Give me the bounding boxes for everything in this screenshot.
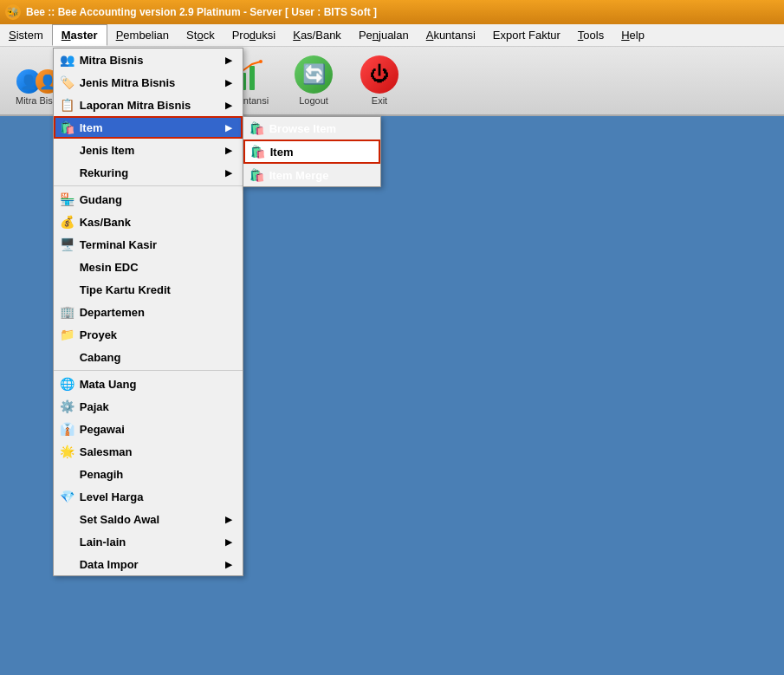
menu-produksi[interactable]: Produksi bbox=[224, 24, 285, 46]
menu-pajak[interactable]: ⚙️ Pajak bbox=[54, 395, 243, 418]
menu-rekuring[interactable]: Rekuring ▶ bbox=[54, 161, 243, 184]
dataimpor-icon bbox=[61, 557, 75, 571]
menu-exportfaktur[interactable]: Export Faktur bbox=[484, 24, 569, 46]
separator-2 bbox=[54, 370, 243, 371]
menu-kasbank-top[interactable]: Kas/Bank bbox=[284, 24, 350, 46]
menu-gudang[interactable]: 🏪 Gudang bbox=[54, 188, 243, 211]
submenu-item[interactable]: 🛍️ Item bbox=[243, 140, 380, 164]
kasbank-icon: 💰 bbox=[61, 215, 75, 229]
penagih-icon bbox=[61, 467, 75, 481]
svg-point-3 bbox=[259, 60, 262, 63]
menu-jenisitem[interactable]: Jenis Item ▶ bbox=[54, 139, 243, 161]
pegawai-icon: 👔 bbox=[61, 422, 75, 436]
menu-help[interactable]: Help bbox=[612, 24, 653, 46]
setsaldo-icon bbox=[61, 512, 75, 526]
app-icon: 🐝 bbox=[5, 4, 21, 20]
gudang-icon: 🏪 bbox=[61, 192, 75, 206]
toolbar-logout[interactable]: 🔄 Logout bbox=[282, 49, 345, 112]
cabang-icon bbox=[61, 350, 75, 364]
kartu-icon bbox=[61, 282, 75, 296]
rekuring-icon bbox=[61, 166, 75, 179]
menu-dataimpor[interactable]: Data Impor ▶ bbox=[54, 553, 243, 575]
menu-proyek[interactable]: 📁 Proyek bbox=[54, 323, 243, 346]
menu-laporanmitrabisnis[interactable]: 📋 Laporan Mitra Bisnis ▶ bbox=[54, 94, 243, 116]
exit-toolbar-icon: ⏻ bbox=[360, 55, 398, 94]
matauang-icon: 🌐 bbox=[61, 377, 75, 391]
submenu-itemmerge[interactable]: 🛍️ Item Merge bbox=[243, 164, 380, 186]
menu-penagih[interactable]: Penagih bbox=[54, 463, 243, 485]
mesinedc-icon bbox=[61, 260, 75, 274]
title-bar: 🐝 Bee :: Bee Accounting version 2.9 Plat… bbox=[0, 0, 784, 24]
master-dropdown: 👥 Mitra Bisnis ▶ 🏷️ Jenis Mitra Bisnis ▶… bbox=[53, 48, 243, 576]
jenisitem-icon bbox=[61, 143, 75, 157]
exit-toolbar-label: Exit bbox=[372, 95, 387, 106]
menu-tipekartukredit[interactable]: Tipe Kartu Kredit bbox=[54, 278, 243, 301]
lainlain-icon bbox=[61, 535, 75, 548]
menu-cabang[interactable]: Cabang bbox=[54, 346, 243, 368]
menu-kasbank[interactable]: 💰 Kas/Bank bbox=[54, 211, 243, 233]
menu-tools[interactable]: Tools bbox=[569, 24, 612, 46]
menu-departemen[interactable]: 🏢 Departemen bbox=[54, 301, 243, 323]
browseitem-icon: 🛍️ bbox=[250, 121, 264, 135]
menu-pegawai[interactable]: 👔 Pegawai bbox=[54, 418, 243, 440]
item-submenu: 🛍️ Browse Item 🛍️ Item 🛍️ Item Merge bbox=[243, 116, 381, 187]
departemen-icon: 🏢 bbox=[61, 305, 75, 319]
laporan-icon: 📋 bbox=[61, 98, 75, 112]
pajak-icon: ⚙️ bbox=[61, 399, 75, 413]
logout-toolbar-label: Logout bbox=[299, 95, 328, 106]
proyek-icon: 📁 bbox=[61, 328, 75, 341]
item-icon: 🛍️ bbox=[61, 120, 75, 134]
toolbar-exit[interactable]: ⏻ Exit bbox=[348, 49, 411, 112]
terminal-icon: 🖥️ bbox=[61, 237, 75, 251]
salesman-icon: 🌟 bbox=[61, 445, 75, 458]
menu-sistem[interactable]: Sistem bbox=[0, 24, 52, 46]
menu-levelharga[interactable]: 💎 Level Harga bbox=[54, 485, 243, 508]
menu-setsaldoawal[interactable]: Set Saldo Awal ▶ bbox=[54, 508, 243, 530]
menu-jenismitrabisnis[interactable]: 🏷️ Jenis Mitra Bisnis ▶ bbox=[54, 71, 243, 94]
menu-master[interactable]: Master 👥 Mitra Bisnis ▶ 🏷️ Jenis Mitra B… bbox=[52, 24, 107, 46]
submenu-browseitem[interactable]: 🛍️ Browse Item bbox=[243, 117, 380, 140]
app-title: Bee :: Bee Accounting version 2.9 Platin… bbox=[26, 6, 377, 18]
menu-stock[interactable]: Stock bbox=[178, 24, 224, 46]
submenu-item-icon: 🛍️ bbox=[251, 145, 265, 159]
menu-salesman[interactable]: 🌟 Salesman bbox=[54, 440, 243, 463]
menu-item[interactable]: 🛍️ Item ▶ 🛍️ Browse Item 🛍️ Item 🛍️ bbox=[54, 116, 243, 139]
menu-matauang[interactable]: 🌐 Mata Uang bbox=[54, 373, 243, 395]
menu-pembelian[interactable]: Pembelian bbox=[107, 24, 178, 46]
svg-rect-2 bbox=[249, 66, 255, 90]
levelharga-icon: 💎 bbox=[61, 490, 75, 503]
menu-akuntansi-top[interactable]: Akuntansi bbox=[418, 24, 484, 46]
menu-mesinedc[interactable]: Mesin EDC bbox=[54, 256, 243, 278]
logout-toolbar-icon: 🔄 bbox=[295, 55, 333, 94]
menu-penjualan-top[interactable]: Penjualan bbox=[350, 24, 418, 46]
menu-terminalkasir[interactable]: 🖥️ Terminal Kasir bbox=[54, 233, 243, 256]
jenismitra-icon: 🏷️ bbox=[61, 75, 75, 89]
itemmerge-icon: 🛍️ bbox=[250, 168, 264, 182]
menu-lainlain[interactable]: Lain-lain ▶ bbox=[54, 530, 243, 553]
mitrabisnis-icon: 👥 bbox=[61, 53, 75, 67]
menu-mitrabisnis[interactable]: 👥 Mitra Bisnis ▶ bbox=[54, 49, 243, 71]
separator-1 bbox=[54, 185, 243, 186]
menu-bar: Sistem Master 👥 Mitra Bisnis ▶ 🏷️ Jenis … bbox=[0, 24, 784, 47]
